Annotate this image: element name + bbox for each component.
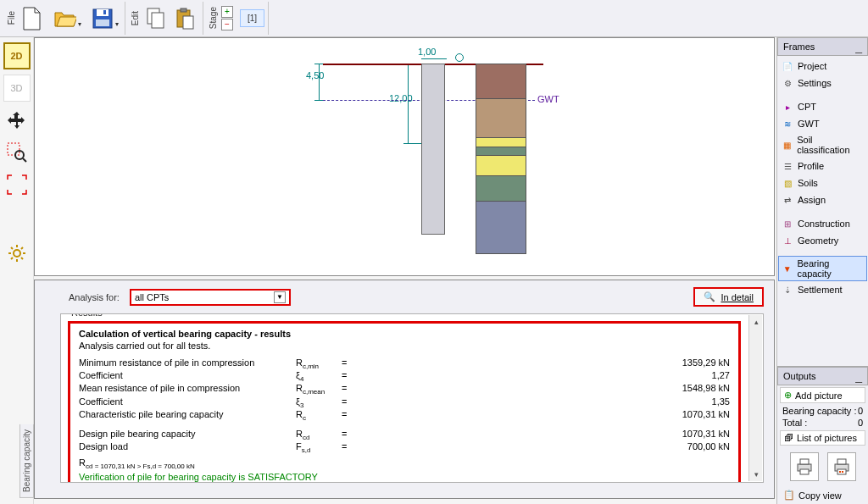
result-value: 1,27 (357, 370, 730, 383)
paste-button[interactable] (171, 5, 198, 32)
list-pictures-button[interactable]: 🗊 List of pictures (780, 430, 865, 446)
frame-item-settlement[interactable]: ⇣Settlement (778, 281, 867, 298)
result-value: 1070,31 kN (357, 409, 730, 422)
frame-icon: ⊥ (782, 235, 793, 246)
calculation-results-box: Calculation of vertical bearing capacity… (68, 321, 741, 483)
frame-item-construction[interactable]: ⊞Construction (778, 215, 867, 232)
outputs-minimize-button[interactable]: _ (855, 369, 862, 383)
result-label: Characteristic pile bearing capacity (79, 409, 292, 422)
result-symbol: ξ4 (296, 370, 338, 383)
stage-remove-button[interactable]: − (221, 19, 233, 30)
result-symbol: Rc,min (296, 357, 338, 370)
edit-group-label: Edit (129, 11, 142, 25)
outputs-title: Outputs (783, 371, 816, 381)
results-panel: Bearing capacity Analysis for: all CPTs … (34, 280, 775, 499)
frame-item-profile[interactable]: ☰Profile (778, 158, 867, 174)
copy-view-label: Copy view (798, 490, 842, 501)
frame-item-assign[interactable]: ⇄Assign (778, 191, 867, 208)
frame-icon: ≋ (782, 118, 793, 130)
result-label: Design load (79, 441, 292, 454)
frame-label: Project (798, 61, 826, 71)
result-label: Coefficient (79, 370, 292, 383)
frame-icon: 📄 (782, 60, 793, 72)
stage-tab-1[interactable]: [1] (240, 9, 264, 27)
result-symbol: Fs,d (296, 441, 338, 454)
svg-rect-3 (96, 19, 109, 26)
frame-icon: ⊞ (782, 218, 793, 230)
results-title: Calculation of vertical bearing capacity… (79, 329, 730, 339)
frame-label: CPT (798, 102, 816, 112)
save-dropdown-icon: ▾ (115, 20, 119, 28)
drawing-canvas[interactable]: 1,00 4,50 12,00 GWT (34, 37, 775, 276)
in-detail-button[interactable]: 🔍 In detail (693, 287, 764, 307)
zoom-fit-button[interactable] (3, 171, 31, 198)
print-button[interactable] (790, 452, 819, 481)
svg-rect-9 (8, 143, 19, 155)
results-fieldset: Results ▴▾ Calculation of vertical beari… (60, 313, 764, 483)
frames-header: Frames _ (777, 37, 868, 56)
svg-rect-1 (97, 9, 108, 16)
dimension-text: 1,00 (418, 47, 436, 57)
view-2d-button[interactable]: 2D (3, 42, 31, 69)
total-count-row: Total :0 (777, 417, 868, 429)
pan-button[interactable] (3, 107, 31, 134)
view-3d-button[interactable]: 3D (3, 75, 31, 102)
results-subtitle: Analysis carried out for all tests. (79, 341, 730, 351)
results-comparison: Rcd = 1070,31 kN > Fs,d = 700,00 kN (79, 457, 730, 470)
frame-label: Geometry (798, 235, 838, 246)
result-label: Mean resistance of pile in compression (79, 383, 292, 396)
result-value: 1359,29 kN (357, 357, 730, 370)
frame-icon: ⚙ (782, 77, 793, 89)
frame-list: 📄Project⚙Settings▸CPT≋GWT▦Soil classific… (777, 56, 868, 300)
frame-label: Profile (798, 161, 824, 171)
outputs-panel: Outputs _ ⊕ Add picture Bearing capacity… (777, 366, 868, 504)
result-symbol: Rc,mean (296, 383, 338, 396)
soil-column (476, 64, 526, 254)
frame-icon: ⇣ (782, 284, 793, 296)
dropdown-arrow-icon: ▼ (274, 291, 286, 303)
frame-item-settings[interactable]: ⚙Settings (778, 75, 867, 91)
frame-icon: ▧ (782, 177, 793, 189)
svg-rect-13 (800, 459, 809, 464)
frame-label: GWT (798, 119, 820, 129)
side-tab-bearing[interactable]: Bearing capacity (19, 424, 34, 498)
result-symbol: Rcd (296, 429, 338, 441)
result-value: 700,00 kN (357, 441, 730, 454)
svg-point-11 (14, 250, 20, 257)
frame-label: Settlement (798, 285, 843, 295)
results-scrollbar[interactable]: ▴▾ (748, 315, 762, 481)
frame-item-gwt[interactable]: ≋GWT (778, 115, 867, 132)
zoom-region-button[interactable] (3, 139, 31, 166)
new-file-button[interactable] (19, 5, 46, 32)
svg-rect-8 (183, 16, 193, 29)
frame-item-project[interactable]: 📄Project (778, 58, 867, 75)
frame-item-soil-classification[interactable]: ▦Soil classification (778, 132, 867, 158)
copy-view-button[interactable]: 📋 Copy view (780, 488, 865, 502)
print-color-button[interactable] (827, 452, 856, 481)
result-label: Coefficient (79, 396, 292, 409)
top-toolbar: File ▾ ▾ Edit Stage + − [1] (0, 0, 868, 37)
result-label: Design pile bearing capacity (79, 429, 292, 441)
frames-minimize-button[interactable]: _ (855, 40, 862, 53)
stage-add-button[interactable]: + (221, 6, 233, 18)
frame-icon: ▸ (782, 101, 793, 113)
copy-button[interactable] (142, 5, 170, 32)
frames-title: Frames (783, 42, 815, 52)
open-dropdown-icon: ▾ (78, 20, 81, 28)
svg-rect-5 (152, 13, 164, 28)
bearing-count-row: Bearing capacity :0 (777, 405, 868, 417)
save-file-button[interactable]: ▾ (85, 5, 120, 32)
file-group-label: File (5, 11, 18, 25)
settings-button[interactable] (3, 240, 31, 267)
copy-view-icon: 📋 (783, 490, 795, 501)
result-symbol: Rc (296, 409, 338, 422)
analysis-cpt-select[interactable]: all CPTs ▼ (130, 289, 291, 306)
open-file-button[interactable]: ▾ (47, 5, 83, 32)
frame-item-soils[interactable]: ▧Soils (778, 174, 867, 191)
frame-label: Settings (798, 78, 832, 88)
frame-item-geometry[interactable]: ⊥Geometry (778, 232, 867, 249)
add-picture-icon: ⊕ (784, 390, 792, 401)
add-picture-button[interactable]: ⊕ Add picture (780, 387, 865, 403)
frame-item-cpt[interactable]: ▸CPT (778, 98, 867, 115)
frame-item-bearing-capacity[interactable]: ▼Bearing capacity (778, 256, 867, 281)
